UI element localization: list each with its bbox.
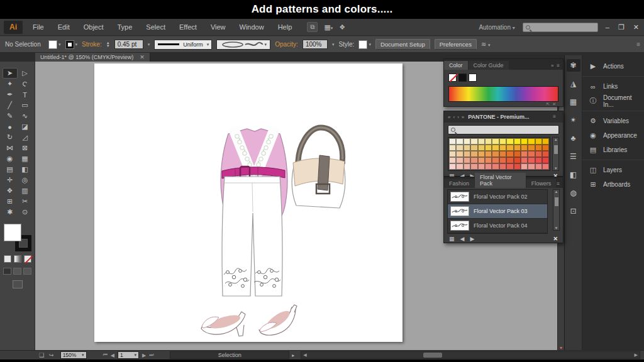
none-swatch[interactable]	[448, 74, 457, 82]
color-spectrum-bar[interactable]	[448, 86, 558, 102]
draw-behind-mode[interactable]	[13, 268, 21, 275]
pantone-swatch[interactable]	[542, 138, 549, 145]
brush-list-item[interactable]: Floral Vector Pack 02	[448, 190, 547, 204]
last-artboard-icon[interactable]: ⏭	[149, 352, 153, 358]
pantone-swatch[interactable]	[470, 138, 477, 145]
eraser-tool[interactable]: ◪	[18, 121, 33, 132]
pantone-swatch[interactable]	[478, 138, 485, 145]
pantone-swatch[interactable]	[449, 163, 456, 170]
pencil-tool[interactable]: ∿	[18, 111, 33, 121]
menu-file[interactable]: File	[26, 21, 50, 33]
pantone-swatch[interactable]	[492, 145, 499, 151]
color-guide-icon[interactable]: ◮	[567, 77, 580, 90]
pantone-swatch[interactable]	[499, 163, 506, 170]
pantone-swatch[interactable]	[514, 151, 521, 157]
pantone-swatch[interactable]	[456, 138, 463, 145]
menu-select[interactable]: Select	[140, 21, 172, 33]
color-mode-button[interactable]	[4, 255, 11, 263]
control-panel-menu-icon[interactable]: ≡	[636, 41, 644, 48]
panel-resize-grip[interactable]: ⇱✕	[448, 102, 558, 107]
select-similar-icon[interactable]: ≋ ▾	[481, 41, 491, 48]
pantone-swatch[interactable]	[514, 138, 521, 145]
pantone-swatch[interactable]	[499, 145, 506, 151]
pantone-swatch[interactable]	[485, 138, 492, 145]
scroll-down-icon[interactable]: ▼	[559, 346, 564, 350]
bridge-icon[interactable]: ⧉	[307, 22, 318, 32]
stroke-panel-link[interactable]: Stroke:	[82, 41, 102, 48]
pantone-swatch[interactable]	[464, 151, 470, 157]
gradient-icon[interactable]: ◧	[567, 168, 580, 181]
pantone-swatch[interactable]	[514, 157, 521, 163]
pantone-swatch[interactable]	[470, 157, 477, 163]
mesh-tool[interactable]: ▤	[3, 164, 18, 175]
pantone-swatch[interactable]	[492, 163, 499, 170]
brush-library-icon[interactable]: ▦	[449, 236, 455, 242]
menu-window[interactable]: Window	[233, 21, 270, 33]
pantone-nav-last-icon[interactable]: »	[462, 114, 464, 120]
tab-fashion[interactable]: Fashion	[444, 179, 474, 188]
first-artboard-icon[interactable]: ⏮	[103, 352, 108, 358]
pantone-swatch[interactable]	[470, 145, 477, 151]
document-setup-button[interactable]: Document Setup	[375, 39, 430, 50]
pantone-nav-first-icon[interactable]: «	[448, 114, 450, 120]
next-artboard-icon[interactable]: ▶	[142, 353, 146, 358]
pantone-nav-prev-icon[interactable]: ‹	[453, 114, 455, 120]
pantone-swatch[interactable]	[492, 151, 499, 157]
draw-normal-mode[interactable]	[3, 268, 11, 275]
pantone-swatch[interactable]	[470, 163, 477, 170]
pantone-swatch[interactable]	[535, 163, 542, 170]
brushes-icon[interactable]: ♣	[567, 132, 580, 145]
pantone-swatch[interactable]	[456, 145, 463, 151]
rectangle-tool[interactable]: ▭	[18, 100, 33, 111]
pantone-swatch[interactable]	[492, 138, 499, 145]
pantone-scrollbar[interactable]: ▲▼	[552, 137, 559, 171]
minimize-button[interactable]: –	[606, 23, 609, 31]
scale-tool[interactable]: ◿	[18, 132, 33, 143]
pantone-swatch[interactable]	[485, 151, 492, 157]
lasso-tool[interactable]: Ϛ	[18, 79, 33, 89]
workspace-switcher[interactable]: Automation ▾	[479, 24, 514, 31]
black-swatch[interactable]	[458, 74, 467, 82]
menu-edit[interactable]: Edit	[52, 21, 76, 33]
pantone-swatch[interactable]	[499, 138, 506, 145]
draw-inside-mode[interactable]	[23, 268, 31, 275]
perspective-grid-tool[interactable]: ▦	[18, 153, 33, 164]
prev-artboard-icon[interactable]: ◀	[111, 353, 114, 358]
search-input[interactable]	[523, 23, 598, 32]
rotate-tool[interactable]: ↻	[3, 132, 18, 143]
pantone-search-input[interactable]	[448, 125, 559, 134]
menu-view[interactable]: View	[204, 21, 232, 33]
blend-tool[interactable]: ◎	[18, 175, 33, 185]
fill-color-control[interactable]: ▾	[48, 40, 61, 49]
dock-item-libraries[interactable]: ▤Libraries	[582, 143, 644, 157]
brush-next-icon[interactable]: ▶	[470, 236, 474, 242]
artboard[interactable]	[94, 63, 402, 342]
pantone-swatch[interactable]	[528, 163, 535, 170]
pantone-swatch[interactable]	[535, 157, 542, 163]
transparency-icon[interactable]: ◍	[567, 187, 580, 199]
pantone-swatch[interactable]	[521, 145, 528, 151]
pantone-swatch[interactable]	[470, 151, 477, 157]
brush-definition-dropdown[interactable]: ▾	[216, 40, 270, 50]
brush-scroll-thumb[interactable]	[555, 197, 558, 206]
pantone-swatch[interactable]	[542, 157, 549, 163]
pantone-swatch[interactable]	[506, 157, 513, 163]
pantone-swatch[interactable]	[514, 145, 521, 151]
pantone-swatch[interactable]	[464, 157, 470, 163]
menu-object[interactable]: Object	[77, 21, 110, 33]
pantone-swatch[interactable]	[535, 151, 542, 157]
status-left-icon-1[interactable]: ❑	[39, 352, 44, 358]
navigator-icon[interactable]: ▦	[567, 96, 580, 108]
menu-type[interactable]: Type	[111, 21, 139, 33]
pantone-swatch[interactable]	[464, 145, 470, 151]
magic-wand-tool[interactable]: ✦	[3, 79, 18, 89]
gradient-mode-button[interactable]	[14, 255, 21, 263]
column-graph-tool[interactable]: ▥	[18, 185, 33, 196]
dock-item-links[interactable]: ∞Links	[582, 79, 644, 94]
style-dropdown[interactable]: ▾	[358, 40, 371, 49]
pantone-swatch[interactable]	[542, 163, 549, 170]
pantone-swatch[interactable]	[542, 145, 549, 151]
pantone-swatch[interactable]	[449, 151, 456, 157]
screen-mode-button[interactable]	[13, 280, 23, 288]
pantone-swatch[interactable]	[521, 163, 528, 170]
